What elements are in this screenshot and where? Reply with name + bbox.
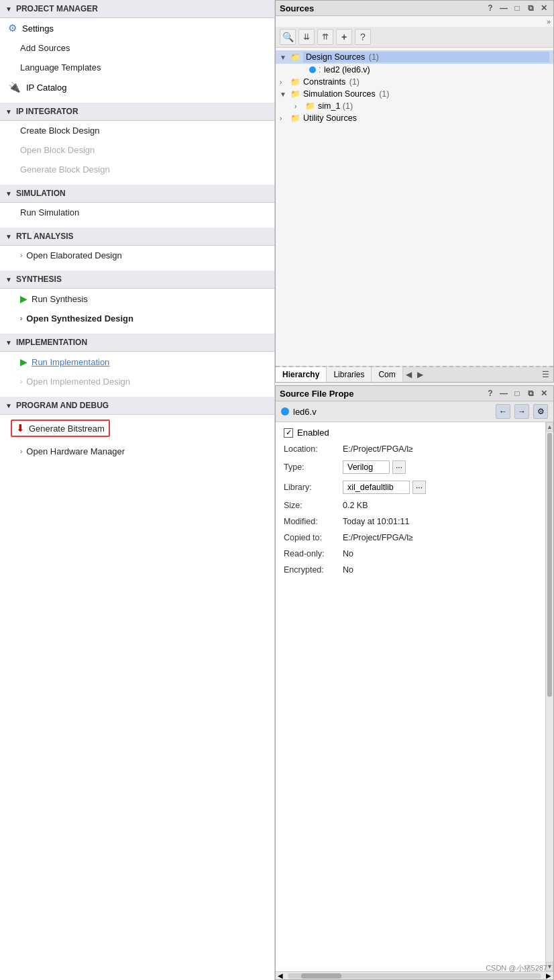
folder-icon: 📁 bbox=[290, 77, 300, 87]
simulation-sources-label: Simulation Sources (1) bbox=[303, 89, 549, 99]
sidebar-item-create-block-design[interactable]: Create Block Design bbox=[0, 121, 274, 140]
sources-undock-button[interactable]: ⧉ bbox=[525, 3, 536, 13]
sidebar-item-open-implemented: › Open Implemented Design bbox=[0, 372, 274, 391]
section-label: PROJECT MANAGER bbox=[16, 4, 98, 13]
sidebar-item-language-templates[interactable]: Language Templates bbox=[0, 58, 274, 77]
chevron-right-icon: › bbox=[20, 315, 22, 322]
copied-label: Copied to: bbox=[284, 533, 337, 542]
search-button[interactable]: 🔍 bbox=[280, 29, 296, 45]
expand-icon: ▼ bbox=[280, 54, 289, 61]
expand-icon: › bbox=[294, 103, 304, 110]
folder-icon: 📁 bbox=[290, 52, 300, 62]
folder-icon: 📁 bbox=[290, 89, 300, 99]
fileprops-help-button[interactable]: ? bbox=[485, 388, 496, 399]
sidebar-item-open-hardware[interactable]: › Open Hardware Manager bbox=[0, 442, 274, 461]
sidebar-item-settings[interactable]: ⚙ Settings bbox=[0, 18, 274, 38]
sources-close-button[interactable]: ✕ bbox=[539, 3, 549, 13]
section-implementation[interactable]: ▼ IMPLEMENTATION bbox=[0, 334, 274, 352]
tab-next-button[interactable]: ▶ bbox=[414, 367, 426, 382]
sidebar-item-open-block-design: Open Block Design bbox=[0, 140, 274, 160]
sidebar-item-run-implementation[interactable]: ▶ Run Implementation bbox=[0, 352, 274, 372]
tab-menu-button[interactable]: ☰ bbox=[538, 367, 553, 382]
tree-row-led2[interactable]: ⁚ led2 (led6.v) bbox=[276, 64, 553, 76]
sidebar-item-run-synthesis[interactable]: ▶ Run Synthesis bbox=[0, 289, 274, 309]
section-label: IP INTEGRATOR bbox=[16, 107, 78, 116]
fileprops-toolbar: led6.v ← → ⚙ bbox=[276, 401, 553, 422]
tree-row-simulation-sources[interactable]: ▼ 📁 Simulation Sources (1) bbox=[276, 88, 553, 100]
sidebar-item-generate-bitstream[interactable]: ⬇ Generate Bitstream bbox=[0, 415, 274, 442]
section-label: RTL ANALYSIS bbox=[16, 232, 74, 241]
sidebar-item-open-elaborated[interactable]: › Open Elaborated Design bbox=[0, 246, 274, 265]
nav-back-button[interactable]: ← bbox=[496, 404, 510, 419]
enabled-checkbox[interactable]: ✓ bbox=[284, 428, 293, 438]
sources-help-button[interactable]: ? bbox=[485, 3, 496, 13]
fileprops-maximize-button[interactable]: □ bbox=[512, 388, 522, 399]
type-label: Type: bbox=[284, 462, 337, 472]
library-input[interactable]: xil_defaultlib bbox=[343, 481, 410, 494]
prop-size-row: Size: 0.2 KB bbox=[284, 501, 537, 510]
bitstream-icon: ⬇ bbox=[16, 422, 25, 434]
fileprops-title: Source File Prope bbox=[280, 389, 482, 399]
library-label: Library: bbox=[284, 483, 337, 492]
type-input-row: Verilog ··· bbox=[343, 460, 406, 474]
settings-button[interactable]: ⚙ bbox=[533, 404, 548, 419]
prop-copied-row: Copied to: E:/Project/FPGA/l≥ bbox=[284, 533, 537, 542]
tab-hierarchy[interactable]: Hierarchy bbox=[276, 367, 327, 382]
sources-toolbar: 🔍 ⇊ ⇈ + ? bbox=[276, 27, 553, 48]
sources-help2-button[interactable]: ? bbox=[355, 29, 371, 45]
chevron-down-icon: ▼ bbox=[5, 108, 12, 115]
fileprops-close-button[interactable]: ✕ bbox=[539, 388, 549, 399]
expand-all-button[interactable]: ⇈ bbox=[317, 29, 333, 45]
chevron-right-icon: › bbox=[20, 448, 22, 455]
prop-location-row: Location: E:/Project/FPGA/l≥ bbox=[284, 444, 537, 454]
enabled-label: Enabled bbox=[297, 428, 329, 438]
type-dots-button[interactable]: ··· bbox=[392, 460, 406, 474]
fileprops-minimize-button[interactable]: — bbox=[498, 388, 509, 399]
section-ip-integrator[interactable]: ▼ IP INTEGRATOR bbox=[0, 103, 274, 121]
synthesis-content: ▶ Run Synthesis › Open Synthesized Desig… bbox=[0, 289, 274, 328]
sources-tabs: Hierarchy Libraries Com ◀ ▶ ☰ bbox=[276, 366, 553, 382]
sidebar-item-run-simulation[interactable]: Run Simulation bbox=[0, 203, 274, 222]
nav-forward-button[interactable]: → bbox=[514, 404, 529, 419]
design-sources-label: Design Sources (1) bbox=[303, 52, 549, 62]
sidebar-item-add-sources[interactable]: Add Sources bbox=[0, 38, 274, 58]
fileprops-panel: Source File Prope ? — □ ⧉ ✕ led6.v ← → ⚙… bbox=[275, 385, 554, 980]
section-project-manager[interactable]: ▼ PROJECT MANAGER bbox=[0, 0, 274, 18]
chevron-down-icon: ▼ bbox=[5, 339, 12, 346]
chevron-down-icon: ▼ bbox=[5, 402, 12, 409]
hscroll-left-button[interactable]: ◀ bbox=[276, 972, 285, 979]
sources-panel: Sources ? — □ ⧉ ✕ » 🔍 ⇊ ⇈ + ? ▼ 📁 Design… bbox=[275, 0, 554, 383]
right-panel: Sources ? — □ ⧉ ✕ » 🔍 ⇊ ⇈ + ? ▼ 📁 Design… bbox=[275, 0, 554, 980]
tree-row-design-sources[interactable]: ▼ 📁 Design Sources (1) bbox=[276, 50, 553, 64]
scroll-up-button[interactable]: ▲ bbox=[546, 422, 553, 432]
tree-row-sim1[interactable]: › 📁 sim_1 (1) bbox=[276, 100, 553, 112]
sources-expand-hint: » bbox=[276, 16, 553, 27]
folder-icon: 📁 bbox=[305, 101, 315, 111]
tab-compile[interactable]: Com bbox=[372, 367, 402, 382]
sources-minimize-button[interactable]: — bbox=[498, 3, 509, 13]
type-input[interactable]: Verilog bbox=[343, 460, 390, 474]
section-simulation[interactable]: ▼ SIMULATION bbox=[0, 185, 274, 203]
tree-row-constraints[interactable]: › 📁 Constraints (1) bbox=[276, 76, 553, 88]
scroll-thumb[interactable] bbox=[547, 433, 552, 697]
tab-prev-button[interactable]: ◀ bbox=[403, 367, 414, 382]
collapse-all-button[interactable]: ⇊ bbox=[298, 29, 315, 45]
add-source-button[interactable]: + bbox=[336, 29, 352, 45]
tab-libraries[interactable]: Libraries bbox=[327, 367, 372, 382]
sources-maximize-button[interactable]: □ bbox=[512, 3, 522, 13]
scroll-track bbox=[546, 698, 553, 962]
section-synthesis[interactable]: ▼ SYNTHESIS bbox=[0, 271, 274, 289]
section-rtl-analysis[interactable]: ▼ RTL ANALYSIS bbox=[0, 228, 274, 246]
simulation-content: Run Simulation bbox=[0, 203, 274, 222]
sidebar-item-ip-catalog[interactable]: 🔌 IP Catalog bbox=[0, 77, 274, 97]
utility-sources-label: Utility Sources bbox=[303, 113, 549, 123]
tree-row-utility-sources[interactable]: › 📁 Utility Sources bbox=[276, 112, 553, 124]
library-input-row: xil_defaultlib ··· bbox=[343, 481, 426, 494]
sidebar-item-open-synthesized[interactable]: › Open Synthesized Design bbox=[0, 309, 274, 328]
fileprops-undock-button[interactable]: ⧉ bbox=[525, 388, 536, 399]
plug-icon: 🔌 bbox=[8, 81, 21, 93]
hscroll-thumb[interactable] bbox=[301, 973, 341, 979]
library-dots-button[interactable]: ··· bbox=[412, 481, 426, 494]
section-label: IMPLEMENTATION bbox=[16, 338, 87, 347]
section-program-debug[interactable]: ▼ PROGRAM AND DEBUG bbox=[0, 397, 274, 415]
